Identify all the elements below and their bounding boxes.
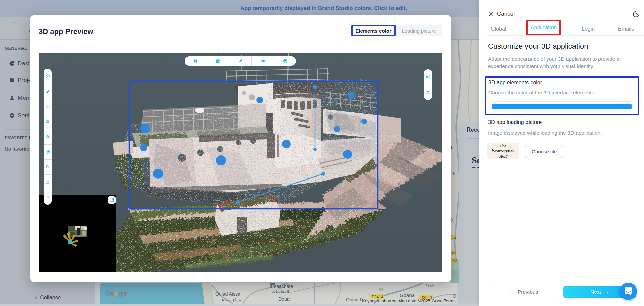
svg-text:514: 514 <box>451 236 456 240</box>
svg-text:Map data ©2025 Google: Map data ©2025 Google <box>398 298 446 303</box>
svg-text:O: O <box>453 293 456 299</box>
svg-text:P3: P3 <box>452 258 457 262</box>
svg-text:Terms: Terms <box>444 298 456 303</box>
svg-text:Sidi: Sidi <box>451 172 455 176</box>
svg-text:609: 609 <box>451 251 456 255</box>
svg-text:مركز جماعة: مركز جماعة <box>219 297 241 303</box>
svg-text:Keyboard shortcuts: Keyboard shortcuts <box>362 298 400 303</box>
svg-text:ual: ual <box>451 145 453 150</box>
svg-text:my: my <box>451 217 453 222</box>
svg-text:Oulad Aissa: Oulad Aissa <box>215 291 240 297</box>
svg-text:Gdana: Gdana <box>400 292 415 298</box>
svg-text:Douar: Douar <box>278 296 291 302</box>
svg-text:Lamaachate: Lamaachate <box>267 284 293 289</box>
svg-text:Google: Google <box>105 290 127 297</box>
svg-text:Oulad F: Oulad F <box>346 297 363 302</box>
svg-text:المعاشات: المعاشات <box>272 289 289 294</box>
svg-text:درنوة: درنوة <box>426 283 435 287</box>
